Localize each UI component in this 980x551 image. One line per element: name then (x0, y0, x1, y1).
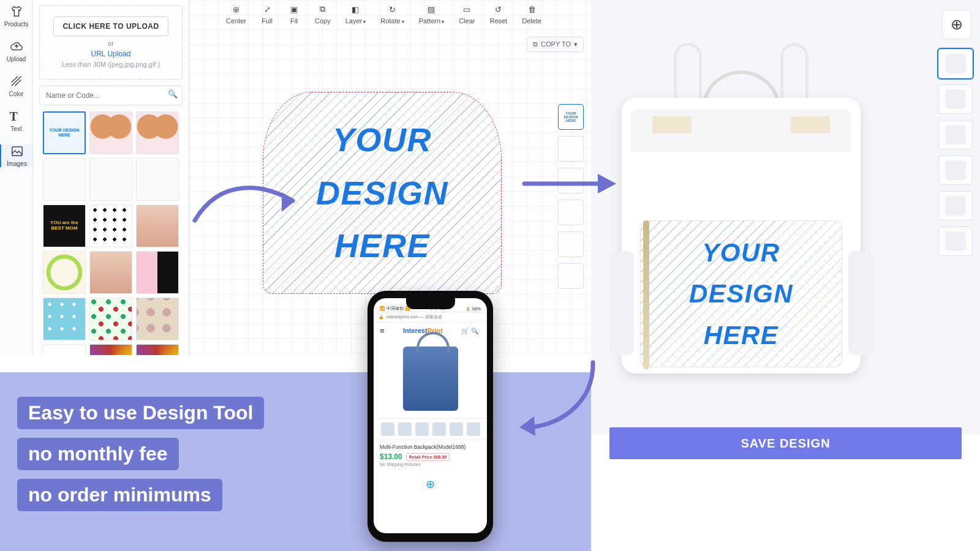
phone-notch (406, 298, 455, 309)
bullet-2: no monthly fee (17, 438, 179, 470)
marketing-strip: Easy to use Design Tool no monthly fee n… (0, 372, 591, 551)
grid-thumb[interactable] (89, 158, 132, 201)
arrow-gallery-to-canvas (190, 171, 300, 233)
grid-thumb[interactable] (89, 344, 132, 355)
grid-thumb[interactable] (136, 251, 179, 294)
view-thumb[interactable] (938, 84, 973, 114)
view-thumb-front[interactable] (938, 49, 973, 78)
full-icon: ⤢ (261, 4, 273, 15)
panel-slot[interactable] (558, 136, 584, 162)
search-icon[interactable]: 🔍 (168, 89, 178, 99)
design-placeholder-text: YOUR DESIGN HERE (316, 113, 448, 272)
phone-url-bar: 🔒 interestprint.com — 保密连接 (374, 312, 487, 323)
tb-delete[interactable]: 🗑Delete (522, 4, 541, 24)
view-thumb[interactable] (938, 120, 973, 149)
tb-reset[interactable]: ↺Reset (489, 4, 507, 24)
tool-rail: Products Upload Color T Text Images (0, 0, 33, 355)
rail-images[interactable]: Images (0, 144, 32, 167)
phone-hero-image (374, 339, 487, 418)
grid-thumb[interactable] (136, 204, 179, 247)
grid-thumb-selected[interactable]: YOUR DESIGN HERE (43, 111, 86, 154)
rail-upload[interactable]: Upload (0, 40, 32, 62)
tb-fit-label: Fit (290, 17, 298, 24)
tb-pattern[interactable]: ▨Pattern▾ (419, 4, 444, 24)
phone-thumb[interactable] (450, 422, 463, 436)
hamburger-icon[interactable]: ≡ (380, 326, 385, 335)
phone-header-icons[interactable]: 🛒🔍 (461, 328, 481, 334)
grid-thumb[interactable] (43, 158, 86, 201)
panel-slot-selected[interactable]: YOUR DESIGN HERE (558, 104, 584, 130)
image-grid: YOUR DESIGN HERE YOU are the BEST MOM (39, 111, 183, 355)
grid-thumb[interactable] (89, 298, 132, 340)
view-thumb[interactable] (938, 156, 973, 185)
grid-thumb[interactable] (136, 158, 179, 201)
panel-slot[interactable] (558, 200, 584, 225)
save-design-button[interactable]: SAVE DESIGN (609, 427, 962, 459)
tb-rotate[interactable]: ↻Rotate▾ (380, 4, 404, 24)
product-preview: ⊕ YOUR DESIGN HERE (591, 0, 980, 435)
marketing-bullets: Easy to use Design Tool no monthly fee n… (17, 397, 264, 511)
phone-thumbs (374, 418, 487, 440)
tb-center[interactable]: ⊕Center (226, 4, 246, 24)
grid-thumb[interactable] (43, 344, 86, 355)
shirt-icon (10, 5, 23, 18)
phone-thumb[interactable] (381, 422, 394, 436)
zoom-icon: ⊕ (951, 16, 963, 33)
tb-clear[interactable]: ▭Clear (459, 4, 475, 24)
fit-icon: ▣ (288, 4, 300, 15)
image-icon (10, 144, 24, 158)
grid-thumb[interactable] (89, 251, 132, 294)
delete-icon: 🗑 (526, 4, 538, 15)
tb-fit[interactable]: ▣Fit (288, 4, 300, 24)
phone-price: $13.00 (380, 452, 402, 461)
svg-rect-0 (12, 147, 22, 156)
clear-icon: ▭ (461, 4, 473, 15)
view-thumb[interactable] (938, 191, 973, 220)
copy-to-button[interactable]: ⧉ COPY TO ▾ (527, 37, 584, 52)
phone-thumb[interactable] (415, 422, 429, 436)
view-thumb[interactable] (938, 227, 973, 256)
phone-thumb[interactable] (398, 422, 412, 436)
arrow-canvas-to-preview (521, 165, 619, 202)
grid-thumb[interactable]: YOU are the BEST MOM (43, 204, 86, 247)
tb-clear-label: Clear (459, 17, 475, 24)
rail-color-label: Color (9, 91, 24, 97)
grid-thumb[interactable] (43, 298, 86, 340)
phone-action-button[interactable]: ⊕ (374, 467, 487, 491)
rail-products[interactable]: Products (0, 5, 32, 28)
rail-color[interactable]: Color (0, 75, 32, 97)
copy-icon: ⧉ (533, 40, 538, 48)
grid-thumb[interactable] (89, 111, 132, 154)
upload-button[interactable]: CLICK HERE TO UPLOAD (53, 17, 168, 36)
side-pocket-left (609, 251, 634, 355)
tb-copy[interactable]: ⧉Copy (315, 4, 331, 24)
grid-thumb[interactable] (89, 204, 132, 247)
phone-shipping: No Shipping Included (374, 462, 487, 467)
grid-thumb[interactable] (43, 251, 86, 294)
tb-full-label: Full (262, 17, 273, 24)
copy-icon: ⧉ (317, 4, 329, 15)
grid-thumb[interactable] (136, 344, 179, 355)
zipper (643, 220, 649, 370)
zoom-button[interactable]: ⊕ (942, 10, 971, 39)
panel-slot[interactable] (558, 231, 584, 257)
tb-layer[interactable]: ◧Layer▾ (345, 4, 366, 24)
rail-text[interactable]: T Text (0, 110, 32, 132)
tb-full[interactable]: ⤢Full (261, 4, 273, 24)
phone-old-price: Retail Price $68.99 (406, 453, 450, 461)
tb-delete-label: Delete (522, 17, 541, 24)
cloud-upload-icon (10, 40, 23, 53)
phone-mockup: 📶 中国移动 🛜 下午4:37 🔋 68% 🔒 interestprint.co… (368, 291, 493, 542)
canvas-toolbar: ⊕Center⤢Full▣Fit⧉Copy◧Layer▾↻Rotate▾▨Pat… (226, 0, 579, 31)
upload-hint: Less than 30M (jpeg,jpg,png,gif ) (46, 61, 176, 68)
url-upload-link[interactable]: URL Upload (46, 50, 176, 58)
grid-thumb[interactable] (136, 111, 179, 154)
phone-thumb[interactable] (432, 422, 446, 436)
panel-slot[interactable] (558, 263, 584, 289)
view-thumbs (938, 49, 973, 256)
stripes-icon (10, 75, 23, 88)
grid-thumb[interactable] (136, 298, 179, 340)
center-icon: ⊕ (230, 4, 243, 15)
phone-thumb[interactable] (467, 422, 480, 436)
search-input[interactable] (39, 86, 183, 105)
